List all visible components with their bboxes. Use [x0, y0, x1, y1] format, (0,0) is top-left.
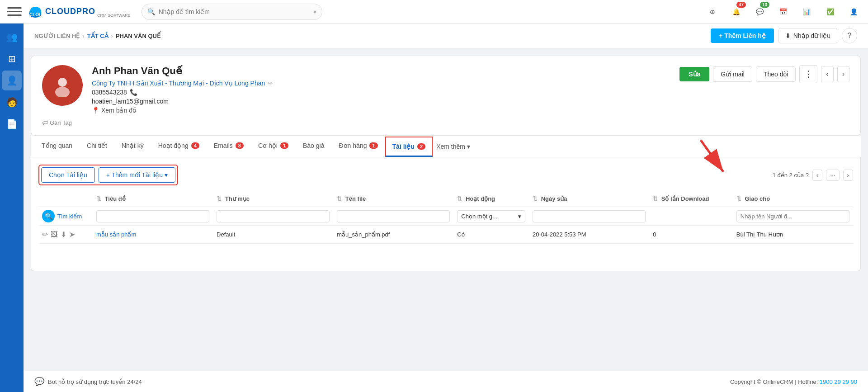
dropdown-icon: ▾: [518, 213, 521, 220]
contact-company: Công Ty TNHH Sản Xuất - Thương Mại - Dịc…: [92, 80, 670, 87]
edit-row-icon[interactable]: ✏: [42, 230, 48, 239]
sidebar-item-doc[interactable]: 📄: [2, 114, 22, 134]
hamburger-menu[interactable]: [7, 5, 22, 19]
search-label[interactable]: Tìm kiếm: [57, 213, 82, 220]
filter-tieude-input[interactable]: [96, 210, 209, 222]
sidebar-item-grid[interactable]: ⊞: [2, 49, 22, 69]
col-actions: [38, 191, 93, 207]
edit-company-icon[interactable]: ✏: [268, 80, 273, 87]
next-button[interactable]: ›: [837, 66, 849, 82]
tab-donhang[interactable]: Đơn hàng 1: [331, 136, 385, 157]
svg-text:CLOUD: CLOUD: [29, 12, 43, 17]
tab-emails[interactable]: Emails 8: [207, 136, 251, 157]
follow-button[interactable]: Theo dõi: [756, 66, 796, 82]
breadcrumb-actions: + Thêm Liên hệ ⬇ Nhập dữ liệu ?: [711, 28, 857, 43]
logo-text: CLOUDPRO: [45, 7, 95, 16]
choose-document-button[interactable]: Chọn Tài liệu: [41, 167, 95, 183]
tab-nhatky[interactable]: Nhật ký: [114, 136, 151, 157]
tab-tailieu[interactable]: Tài liệu 2: [385, 137, 433, 157]
col-tenfile[interactable]: ⇅ Tên file: [333, 191, 453, 207]
col-tieude[interactable]: ⇅ Tiêu đề: [93, 191, 213, 207]
phone-icon: 📞: [130, 89, 137, 96]
filter-hoatdong-select[interactable]: Chọn một g... ▾: [457, 210, 525, 222]
next-page-button[interactable]: ›: [843, 170, 853, 181]
filter-solantai: [649, 207, 733, 226]
share-row-icon[interactable]: ➤: [69, 230, 75, 239]
filter-thumuc-input[interactable]: [217, 210, 330, 222]
filter-giacho-input[interactable]: [736, 210, 849, 222]
tab-chitiet[interactable]: Chi tiết: [80, 136, 114, 157]
download-row-icon[interactable]: ⬇: [61, 230, 66, 239]
col-hoatdong[interactable]: ⇅ Hoạt động: [453, 191, 529, 207]
calendar-button[interactable]: 📅: [776, 5, 790, 19]
filter-ngaysua-input[interactable]: [533, 210, 646, 222]
tag-link[interactable]: 🏷 Gán Tag: [42, 119, 849, 126]
sort-icon: ⇅: [96, 195, 101, 202]
filter-search-cell: 🔍 Tìm kiếm: [38, 207, 93, 226]
contact-name: Anh Phan Văn Quế: [92, 65, 670, 77]
profile-button[interactable]: 👤: [846, 5, 861, 19]
add-document-button[interactable]: + Thêm mới Tài liệu ▾: [99, 167, 175, 183]
tasks-button[interactable]: ✅: [823, 5, 837, 19]
logo: CLOUD CLOUDPRO CRM SOFTWARE: [27, 4, 131, 20]
add-contact-button[interactable]: + Thêm Liên hệ: [711, 28, 774, 43]
tabs-bar: Tổng quan Chi tiết Nhật ký Hoạt động 4 E…: [31, 136, 861, 157]
import-button[interactable]: ⬇ Nhập dữ liệu: [778, 28, 837, 43]
prev-page-button[interactable]: ‹: [812, 170, 822, 181]
contact-map[interactable]: 📍 Xem bản đồ: [92, 107, 670, 114]
tab-cohoi[interactable]: Cơ hội 1: [251, 136, 296, 157]
tab-hoatdong-badge: 4: [191, 142, 199, 149]
sort-icon: ⇅: [337, 195, 342, 202]
row-tenfile: mẫu_sản_phẩm.pdf: [333, 226, 453, 244]
send-mail-button[interactable]: Gửi mail: [713, 66, 752, 82]
sort-icon: ⇅: [533, 195, 538, 202]
doc-actions-wrapper: Chọn Tài liệu + Thêm mới Tài liệu ▾: [38, 165, 178, 185]
row-solantai: 0: [649, 226, 733, 244]
contact-email: hoatien_lam15@gmail.com: [92, 98, 670, 105]
search-input[interactable]: [159, 8, 313, 15]
col-solantai[interactable]: ⇅ Số lần Download: [649, 191, 733, 207]
filter-thumuc: [213, 207, 333, 226]
sidebar-item-person[interactable]: 👤: [2, 71, 22, 90]
sidebar-item-user[interactable]: 🧑: [2, 92, 22, 112]
breadcrumb-level1[interactable]: Tất cả: [87, 33, 108, 39]
tab-donhang-badge: 1: [369, 142, 377, 149]
more-options-button[interactable]: ···: [826, 170, 839, 181]
filter-tieude: [93, 207, 213, 226]
breadcrumb-root: NGƯỜI LIÊN HỆ: [34, 33, 80, 39]
search-button[interactable]: 🔍: [42, 210, 55, 222]
prev-button[interactable]: ‹: [821, 66, 833, 82]
row-tieude[interactable]: mẫu sản phẩm: [93, 226, 213, 244]
help-button[interactable]: ?: [842, 28, 857, 43]
search-bar[interactable]: 🔍 ▾: [142, 4, 322, 20]
chevron-down-icon: ▾: [313, 8, 316, 15]
sort-icon: ⇅: [736, 195, 741, 202]
more-button[interactable]: ⋮: [799, 65, 817, 83]
filter-tenfile-input[interactable]: [337, 210, 450, 222]
sidebar: 👥 ⊞ 👤 🧑 📄: [0, 24, 24, 271]
tab-baogia[interactable]: Báo giá: [296, 136, 331, 157]
contact-phone: 0385543238 📞: [92, 89, 670, 96]
documents-table: ⇅ Tiêu đề ⇅ Thư mục ⇅ Tên file ⇅ Hoạt độ…: [38, 191, 853, 244]
edit-button[interactable]: Sửa: [679, 67, 709, 81]
tab-tongquan[interactable]: Tổng quan: [34, 136, 80, 157]
col-ngaysua[interactable]: ⇅ Ngày sửa: [529, 191, 649, 207]
table-row: ✏ 🖼 ⬇ ➤ mẫu sản phẩm Default mẫu_sản_phẩ…: [38, 226, 853, 244]
sidebar-item-contacts-group[interactable]: 👥: [2, 27, 22, 47]
chevron-down-icon: ▾: [467, 143, 470, 150]
notifications-button[interactable]: 🔔 47: [729, 5, 743, 19]
image-row-icon[interactable]: 🖼: [51, 231, 58, 239]
doc-toolbar: Chọn Tài liệu + Thêm mới Tài liệu ▾ 1 đế…: [38, 165, 853, 185]
contact-actions: Sửa Gửi mail Theo dõi ⋮ ‹ ›: [679, 65, 849, 83]
col-thumuc[interactable]: ⇅ Thư mục: [213, 191, 333, 207]
contact-info: Anh Phan Văn Quế Công Ty TNHH Sản Xuất -…: [92, 65, 670, 114]
chart-button[interactable]: 📊: [799, 5, 814, 19]
tab-xemthem[interactable]: Xem thêm ▾: [433, 137, 474, 156]
filter-tenfile: [333, 207, 453, 226]
add-button[interactable]: ⊕: [705, 5, 720, 19]
messages-button[interactable]: 💬 10: [752, 5, 767, 19]
tab-hoatdong[interactable]: Hoạt động 4: [151, 136, 207, 157]
col-giacho[interactable]: ⇅ Giao cho: [733, 191, 853, 207]
top-navigation: CLOUD CLOUDPRO CRM SOFTWARE 🔍 ▾ ⊕ 🔔 47 💬…: [0, 0, 868, 24]
messages-badge: 10: [760, 2, 769, 8]
